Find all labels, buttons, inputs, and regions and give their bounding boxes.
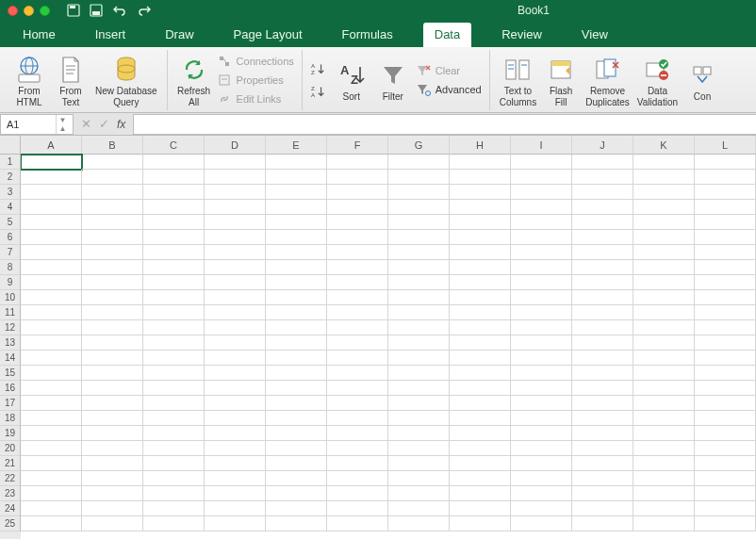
save-icon[interactable] <box>67 4 80 17</box>
cell[interactable] <box>143 441 205 456</box>
cell[interactable] <box>388 320 450 335</box>
spreadsheet-grid[interactable]: 1234567891011121314151617181920212223242… <box>0 136 756 539</box>
cell[interactable] <box>82 230 143 245</box>
cell[interactable] <box>511 245 572 260</box>
cell[interactable] <box>266 501 327 516</box>
cell[interactable] <box>450 320 511 335</box>
cell[interactable] <box>21 426 82 441</box>
tab-review[interactable]: Review <box>492 23 551 47</box>
text-to-columns-button[interactable]: Text to Columns <box>496 53 540 107</box>
cell[interactable] <box>572 245 633 260</box>
cell[interactable] <box>511 456 572 471</box>
cell[interactable] <box>572 260 633 275</box>
cell[interactable] <box>82 411 143 426</box>
cell[interactable] <box>327 516 388 531</box>
cell[interactable] <box>572 441 633 456</box>
cell[interactable] <box>82 366 143 381</box>
cell[interactable] <box>572 381 633 396</box>
row-header[interactable]: 1 <box>0 155 21 170</box>
cell[interactable] <box>695 245 756 260</box>
cell[interactable] <box>327 155 388 170</box>
cell[interactable] <box>143 320 205 335</box>
cell[interactable] <box>450 290 511 305</box>
cell[interactable] <box>388 200 450 215</box>
cell[interactable] <box>327 396 388 411</box>
cell[interactable] <box>572 170 633 185</box>
cell[interactable] <box>327 335 388 351</box>
enter-formula-icon[interactable]: ✓ <box>99 117 109 131</box>
cell[interactable] <box>450 305 511 320</box>
cell[interactable] <box>388 305 450 320</box>
clear-filter-button[interactable]: Clear <box>414 62 484 79</box>
cell[interactable] <box>205 260 266 275</box>
cell[interactable] <box>511 471 572 486</box>
row-header[interactable]: 19 <box>0 426 21 441</box>
column-header[interactable]: L <box>695 136 756 155</box>
cell[interactable] <box>695 411 756 426</box>
cell[interactable] <box>695 275 756 290</box>
cell[interactable] <box>572 456 633 471</box>
cell[interactable] <box>266 320 327 335</box>
filter-button[interactable]: Filter <box>372 58 414 103</box>
cell[interactable] <box>82 185 143 200</box>
flash-fill-button[interactable]: Flash Fill <box>540 53 582 107</box>
cell[interactable] <box>572 215 633 230</box>
cell[interactable] <box>572 155 633 170</box>
column-header[interactable]: F <box>327 136 388 155</box>
cell[interactable] <box>327 320 388 335</box>
minimize-window-button[interactable] <box>24 6 34 16</box>
cell[interactable] <box>82 441 143 456</box>
cell[interactable] <box>327 245 388 260</box>
cell[interactable] <box>633 486 695 501</box>
remove-duplicates-button[interactable]: Remove Duplicates <box>582 53 633 107</box>
cell[interactable] <box>572 335 633 351</box>
cell[interactable] <box>450 275 511 290</box>
cell[interactable] <box>388 441 450 456</box>
cell[interactable] <box>511 290 572 305</box>
advanced-filter-button[interactable]: Advanced <box>414 81 484 98</box>
cell[interactable] <box>205 501 266 516</box>
cell[interactable] <box>143 230 205 245</box>
cell[interactable] <box>511 426 572 441</box>
cell[interactable] <box>695 456 756 471</box>
cancel-formula-icon[interactable]: ✕ <box>81 117 91 131</box>
cell[interactable] <box>327 501 388 516</box>
cell[interactable] <box>143 516 205 531</box>
tab-draw[interactable]: Draw <box>156 23 203 47</box>
cell[interactable] <box>21 471 82 486</box>
cell[interactable] <box>511 320 572 335</box>
cell[interactable] <box>511 366 572 381</box>
row-header[interactable]: 21 <box>0 456 21 471</box>
cell[interactable] <box>266 305 327 320</box>
name-box[interactable]: ▼▲ <box>0 114 74 135</box>
row-header[interactable]: 22 <box>0 471 21 486</box>
cell[interactable] <box>266 275 327 290</box>
cell[interactable] <box>695 501 756 516</box>
cell[interactable] <box>633 320 695 335</box>
cell[interactable] <box>205 185 266 200</box>
cell[interactable] <box>266 155 327 170</box>
cell[interactable] <box>450 441 511 456</box>
cell[interactable] <box>633 275 695 290</box>
cell[interactable] <box>143 426 205 441</box>
sort-button[interactable]: AZ Sort <box>331 58 372 103</box>
cell[interactable] <box>82 335 143 351</box>
cell[interactable] <box>633 335 695 351</box>
cell[interactable] <box>205 426 266 441</box>
cell[interactable] <box>266 411 327 426</box>
cell[interactable] <box>327 456 388 471</box>
cell[interactable] <box>21 230 82 245</box>
cell[interactable] <box>266 381 327 396</box>
cell[interactable] <box>205 381 266 396</box>
cell[interactable] <box>205 516 266 531</box>
from-html-button[interactable]: From HTML <box>8 53 50 107</box>
row-header[interactable]: 15 <box>0 366 21 381</box>
cell[interactable] <box>327 230 388 245</box>
cell[interactable] <box>695 305 756 320</box>
cell[interactable] <box>82 215 143 230</box>
cell[interactable] <box>511 351 572 366</box>
cell[interactable] <box>205 486 266 501</box>
cell[interactable] <box>511 486 572 501</box>
cell[interactable] <box>266 200 327 215</box>
cell[interactable] <box>695 260 756 275</box>
